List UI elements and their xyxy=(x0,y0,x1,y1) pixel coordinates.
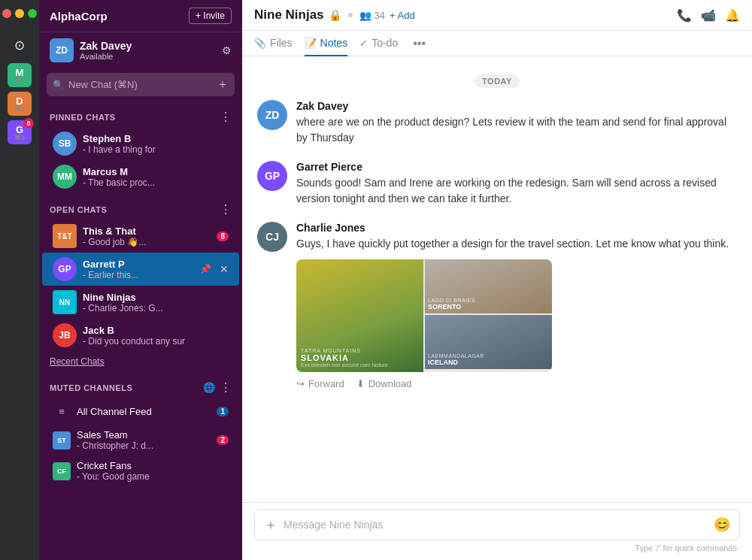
fullscreen-traffic-light[interactable] xyxy=(28,9,37,18)
marcus-avatar: MM xyxy=(53,165,77,189)
emoji-picker-icon[interactable]: 😊 xyxy=(714,516,730,533)
workspace-shortcut-3: ⌘3 xyxy=(14,134,25,141)
tab-notes[interactable]: 📝 Notes xyxy=(305,31,348,56)
workspace-shortcut-1: ⌘1 xyxy=(14,77,25,84)
all-feed-badge: 1 xyxy=(217,407,229,416)
tab-files[interactable]: 📎 Files xyxy=(254,31,293,56)
recent-chats-link[interactable]: Recent Chats xyxy=(39,352,242,371)
msg2-avatar: GP xyxy=(257,161,287,191)
iceland-image-panel: LAEMMANDALAGAR ICELAND xyxy=(425,315,552,369)
msg2-text: Sounds good! Sam and Irene are working o… xyxy=(296,175,737,207)
image-attachment: TATRA MOUNTAINS SLOVAKIA Exa blenden non… xyxy=(296,259,552,372)
garrett-avatar: GP xyxy=(53,257,77,281)
stephen-info: Stephen B - I have a thing for xyxy=(83,133,229,155)
cricket-avatar: CF xyxy=(53,462,71,480)
sales-badge: 2 xyxy=(217,435,229,445)
user-status: Available xyxy=(80,52,132,61)
search-input[interactable] xyxy=(68,79,212,90)
user-name: Zak Davey xyxy=(80,40,132,52)
pinned-chats-more-icon[interactable]: ⋮ xyxy=(220,110,232,124)
files-tab-label: Files xyxy=(270,37,293,49)
minimize-traffic-light[interactable] xyxy=(15,9,24,18)
chat-title: Nine Ninjas xyxy=(254,8,324,23)
muted-channel-cricket[interactable]: CF Cricket Fans - You: Good game xyxy=(42,456,239,486)
add-attachment-icon[interactable]: ＋ xyxy=(264,516,277,534)
stephen-avatar: SB xyxy=(53,132,77,156)
msg3-sender: Charlie Jones xyxy=(296,222,737,234)
input-hint: Type '/' for quick commands xyxy=(254,540,740,557)
muted-channels-title: MUTED CHANNELS xyxy=(50,383,132,392)
new-chat-icon[interactable]: ＋ xyxy=(217,77,229,92)
invite-button[interactable]: + Invite xyxy=(189,8,232,24)
nine-ninjas-info: Nine Ninjas - Charlie Jones: G... xyxy=(83,292,229,313)
search-icon: 🔍 xyxy=(53,80,64,90)
marcus-name: Marcus M xyxy=(83,166,229,177)
open-chat-jack[interactable]: JB Jack B - Did you conduct any sur xyxy=(42,319,239,352)
muted-more-icon[interactable]: ⋮ xyxy=(220,380,232,395)
cricket-name: Cricket Fans xyxy=(77,460,229,471)
open-chat-garrett[interactable]: GP Garrett P - Earlier this... 📌 ✕ xyxy=(42,253,239,286)
org-name: AlphaCorp xyxy=(50,10,108,23)
lock-icon: 🔒 xyxy=(329,9,341,21)
muted-globe-icon[interactable]: 🌐 xyxy=(203,382,215,393)
message-input-box: ＋ 😊 xyxy=(254,509,740,540)
sales-team-avatar: ST xyxy=(53,431,71,450)
marcus-info: Marcus M - The basic proc... xyxy=(83,166,229,188)
msg2-content: Garret Pierce Sounds good! Sam and Irene… xyxy=(296,161,737,207)
open-chats-section-header: OPEN CHATS ⋮ xyxy=(39,193,242,219)
pin-icon: 📌 xyxy=(200,264,211,274)
main-chat-area: Nine Ninjas 🔒 👥 34 + Add 📞 📹 🔔 📎 Files 📝… xyxy=(242,0,752,560)
add-members-button[interactable]: + Add xyxy=(390,10,415,21)
open-chats-more-icon[interactable]: ⋮ xyxy=(220,202,232,216)
video-call-button[interactable]: 📹 xyxy=(701,8,716,23)
workspace-avatar-d[interactable]: D ⌘2 xyxy=(8,92,32,116)
notes-tab-icon: 📝 xyxy=(305,38,317,49)
tab-todo[interactable]: ✓ To-do xyxy=(359,31,398,56)
msg3-avatar: CJ xyxy=(257,222,287,252)
jack-preview: - Did you conduct any sur xyxy=(83,336,229,347)
pinned-chat-item-stephen[interactable]: SB Stephen B - I have a thing for xyxy=(42,127,239,160)
workspace-avatar-g[interactable]: G 8 ⌘3 xyxy=(8,120,32,144)
member-icon: 👥 xyxy=(359,10,371,21)
date-divider: TODAY xyxy=(257,74,737,88)
close-chat-icon[interactable]: ✕ xyxy=(220,263,229,275)
garrett-preview: - Earlier this... xyxy=(83,270,194,280)
message-input-area: ＋ 😊 Type '/' for quick commands xyxy=(242,502,752,560)
home-icon-button[interactable]: ⊙ xyxy=(6,32,33,59)
msg3-text: Guys, I have quickly put together a desi… xyxy=(296,236,737,252)
chat-header: Nine Ninjas 🔒 👥 34 + Add 📞 📹 🔔 xyxy=(242,0,752,31)
messages-area[interactable]: TODAY ZD Zak Davey where are we on the p… xyxy=(242,56,752,502)
jack-avatar: JB xyxy=(53,323,77,347)
settings-icon[interactable]: ⚙ xyxy=(222,44,232,56)
all-feed-icon: ≡ xyxy=(53,402,71,420)
jack-name: Jack B xyxy=(83,325,229,336)
pinned-chat-item-marcus[interactable]: MM Marcus M - The basic proc... xyxy=(42,160,239,193)
member-count: 34 xyxy=(374,10,385,21)
open-chat-this-and-that[interactable]: T&T This & That - Good job 👋... 8 xyxy=(42,219,239,253)
open-chat-nine-ninjas[interactable]: NN Nine Ninjas - Charlie Jones: G... xyxy=(42,286,239,319)
mute-button[interactable]: 🔔 xyxy=(725,8,740,23)
close-traffic-light[interactable] xyxy=(2,9,11,18)
search-bar[interactable]: 🔍 ＋ xyxy=(47,73,235,96)
user-row: ZD Zak Davey Available ⚙ xyxy=(39,32,242,68)
download-icon: ⬇ xyxy=(356,378,365,389)
date-divider-label: TODAY xyxy=(475,74,520,88)
download-action[interactable]: ⬇ Download xyxy=(356,378,412,389)
message-row-1: ZD Zak Davey where are we on the product… xyxy=(257,100,737,146)
voice-call-button[interactable]: 📞 xyxy=(677,8,692,23)
more-options-icon[interactable]: ••• xyxy=(413,37,426,50)
message-input[interactable] xyxy=(284,519,708,531)
forward-action[interactable]: ↪ Forward xyxy=(296,378,344,389)
muted-channel-sales[interactable]: ST Sales Team - Christopher J: d... 2 xyxy=(42,425,239,456)
icon-bar: ⊙ M ⌘1 D ⌘2 G 8 ⌘3 xyxy=(0,0,39,560)
this-that-info: This & That - Good job 👋... xyxy=(83,226,211,247)
nine-ninjas-sidebar-avatar: NN xyxy=(53,290,77,314)
notes-tab-label: Notes xyxy=(320,37,348,49)
garrett-name: Garrett P xyxy=(83,259,194,270)
muted-channel-all-feed[interactable]: ≡ All Channel Feed 1 xyxy=(42,398,239,425)
pinned-chats-section-header: PINNED CHATS ⋮ xyxy=(39,101,242,127)
msg2-sender: Garret Pierce xyxy=(296,161,737,173)
workspace-avatar-m[interactable]: M ⌘1 xyxy=(8,63,32,87)
todo-tab-label: To-do xyxy=(371,37,398,49)
sales-team-name: Sales Team xyxy=(77,429,211,440)
